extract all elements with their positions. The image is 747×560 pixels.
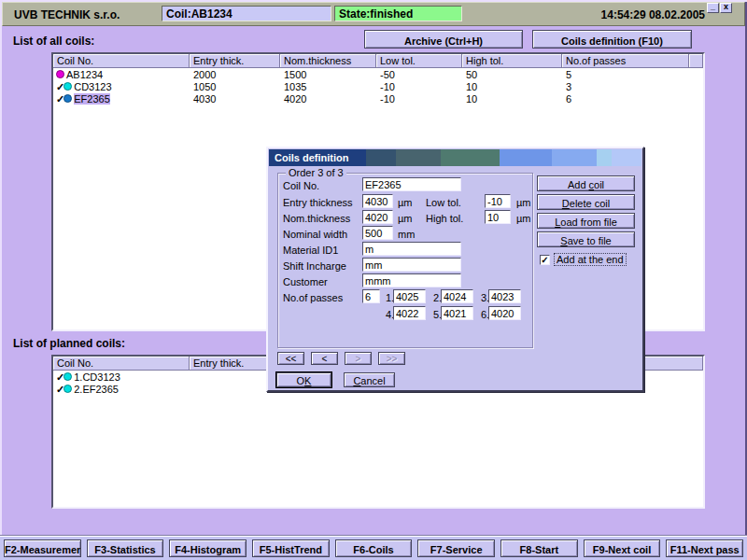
column-header-coil-no[interactable]: Coil No.: [53, 357, 190, 371]
nominal-width-label: Nominal width: [283, 229, 347, 240]
coil-no-cell: AB1234: [66, 69, 103, 80]
all-coils-table-header: Coil No. Entry thick. Nom.thickness Low …: [53, 54, 703, 68]
nominal-width-field[interactable]: [362, 226, 393, 240]
coil-no-cell: 2.EF2365: [74, 384, 119, 395]
customer-label: Customer: [283, 276, 328, 287]
add-at-end-label: Add at the end: [554, 253, 627, 266]
first-record-button[interactable]: <<: [277, 352, 304, 365]
close-button[interactable]: x: [720, 3, 732, 13]
pass-6-field[interactable]: [488, 306, 521, 320]
entry-thickness-field[interactable]: [362, 194, 393, 208]
state-box: State:finished: [334, 6, 462, 21]
save-to-file-button[interactable]: Save to file: [537, 231, 635, 247]
dialog-titlebar[interactable]: Coils definition: [269, 149, 641, 166]
last-record-button[interactable]: >>: [378, 352, 405, 365]
entry-thickness-label: Entry thickness: [283, 197, 353, 208]
coil-dot-icon: [56, 70, 64, 78]
customer-field[interactable]: [362, 273, 461, 287]
coils-definition-dialog: Coils definition Order 3 of 3 Coil No. E…: [266, 147, 644, 392]
cancel-button[interactable]: Cancel: [344, 372, 395, 387]
low-tol-cell: -10: [376, 81, 462, 92]
entry-thick-cell: 2000: [190, 69, 280, 80]
f3-statistics-button[interactable]: F3-Statistics: [87, 539, 164, 557]
f5-histtrend-button[interactable]: F5-HistTrend: [252, 539, 330, 557]
entry-thick-cell: 1050: [190, 81, 280, 92]
f4-histogram-button[interactable]: F4-Histogram: [169, 539, 247, 557]
entry-thick-cell: 4030: [190, 93, 280, 105]
passes-cell: 5: [562, 69, 689, 80]
app-title: UVB TECHNIK s.r.o.: [14, 8, 120, 21]
material-id1-field[interactable]: [362, 242, 461, 256]
f8-start-button[interactable]: F8-Start: [500, 539, 578, 557]
low-tol-cell: -50: [376, 69, 462, 80]
datetime: 14:54:29 08.02.2005: [601, 8, 705, 21]
coils-definition-button[interactable]: Coils definition (F10): [532, 30, 692, 49]
current-coil-box: Coil:AB1234: [162, 6, 331, 21]
f2-measurement-button[interactable]: F2-Measurement: [4, 539, 81, 557]
prev-record-button[interactable]: <: [311, 352, 338, 365]
passes-cell: 6: [562, 93, 689, 105]
nominal-width-unit: mm: [398, 229, 415, 240]
coil-dot-icon: [63, 385, 72, 393]
coil-dot-icon: [63, 372, 72, 381]
ok-button[interactable]: OK: [276, 372, 331, 387]
load-from-file-button[interactable]: Load from file: [537, 213, 635, 229]
pass-5-field[interactable]: [441, 306, 473, 320]
column-header-entry-thick[interactable]: Entry thick.: [190, 54, 280, 68]
high-tol-cell: 10: [462, 93, 562, 105]
titlebar: UVB TECHNIK s.r.o. Coil:AB1234 State:fin…: [2, 2, 745, 26]
f6-coils-button[interactable]: F6-Coils: [335, 539, 413, 557]
minimize-button[interactable]: _: [707, 3, 719, 13]
column-header-high-tol[interactable]: High tol.: [462, 54, 562, 68]
f11-next-pass-button[interactable]: F11-Next pass: [666, 539, 743, 557]
table-row[interactable]: AB1234 2000 1500 -50 50 5: [53, 68, 703, 80]
f9-next-coil-button[interactable]: F9-Next coil: [584, 539, 661, 557]
low-tol-label: Low tol.: [426, 197, 461, 208]
archive-button[interactable]: Archive (Ctrl+H): [364, 30, 523, 49]
column-header-coil-no[interactable]: Coil No.: [53, 54, 190, 68]
coil-dot-icon: [63, 82, 72, 91]
low-tol-cell: -10: [376, 93, 462, 105]
column-header-nom-thickness[interactable]: Nom.thickness: [280, 54, 376, 68]
column-header-no-of-passes[interactable]: No.of passes: [562, 54, 689, 68]
coil-no-field[interactable]: [362, 177, 461, 191]
table-row[interactable]: ✓ CD3123 1050 1035 -10 10 3: [53, 80, 703, 92]
nom-thickness-cell: 1035: [280, 81, 376, 92]
no-of-passes-field[interactable]: [362, 289, 380, 303]
coil-no-cell: EF2365: [74, 93, 110, 105]
shift-incharge-label: Shift Incharge: [283, 260, 346, 272]
column-header-filler: [689, 54, 703, 68]
high-tol-cell: 50: [462, 69, 562, 80]
passes-cell: 3: [562, 81, 689, 92]
function-key-bar: F2-Measurement F3-Statistics F4-Histogra…: [0, 535, 747, 560]
coil-no-label: Coil No.: [283, 180, 319, 191]
coil-dot-icon: [63, 94, 72, 103]
f7-service-button[interactable]: F7-Service: [417, 539, 495, 557]
pass-1-field[interactable]: [393, 289, 426, 303]
add-at-end-checkbox[interactable]: ✓ Add at the end: [540, 253, 627, 266]
no-of-passes-label: No.of passes: [283, 292, 343, 303]
high-tol-field[interactable]: [485, 210, 511, 224]
nom-thickness-unit: µm: [398, 213, 413, 224]
pass-4-field[interactable]: [393, 306, 426, 320]
pass-2-field[interactable]: [441, 289, 473, 303]
coil-no-cell: CD3123: [74, 81, 111, 92]
delete-coil-button[interactable]: Delete coil: [537, 194, 635, 210]
next-record-button[interactable]: >: [345, 352, 372, 365]
nom-thickness-field[interactable]: [362, 210, 393, 224]
nom-thickness-label: Nom.thickness: [283, 213, 350, 224]
add-coil-button[interactable]: Add coil: [537, 175, 635, 191]
nom-thickness-cell: 4020: [280, 93, 376, 105]
high-tol-cell: 10: [462, 81, 562, 92]
pass-3-field[interactable]: [488, 289, 521, 303]
shift-incharge-field[interactable]: [362, 258, 461, 272]
checkbox-check-icon: ✓: [540, 255, 550, 265]
all-coils-label: List of all coils:: [13, 35, 94, 48]
app-window: UVB TECHNIK s.r.o. Coil:AB1234 State:fin…: [0, 0, 747, 560]
table-row-selected[interactable]: ✓ EF2365 4030 4020 -10 10 6: [53, 92, 703, 105]
entry-thickness-unit: µm: [398, 197, 413, 208]
order-groupbox-legend: Order 3 of 3: [286, 167, 346, 178]
low-tol-field[interactable]: [485, 194, 511, 208]
column-header-low-tol[interactable]: Low tol.: [376, 54, 462, 68]
planned-coils-label: List of planned coils:: [13, 337, 125, 350]
